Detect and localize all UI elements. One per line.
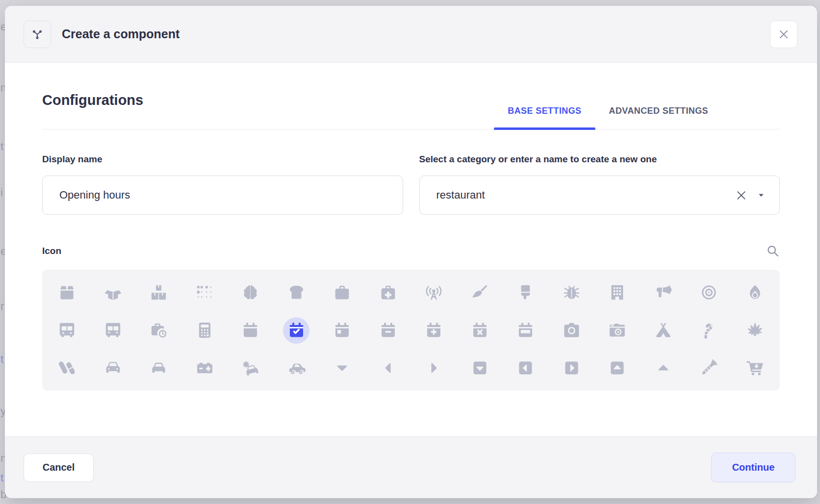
icon-option-bullhorn[interactable] — [641, 275, 687, 311]
broadcast-tower-icon — [421, 279, 447, 306]
icon-section-header: Icon — [42, 244, 780, 258]
icon-option-camera-retro[interactable] — [594, 312, 641, 349]
icon-option-calendar-minus[interactable] — [365, 312, 411, 349]
icon-option-caret-right[interactable] — [411, 350, 457, 386]
icon-option-caret-up[interactable] — [641, 350, 687, 386]
icon-option-burn[interactable] — [732, 275, 778, 311]
calendar-check-icon — [283, 317, 309, 344]
settings-tabs: BASE SETTINGS ADVANCED SETTINGS — [494, 106, 722, 129]
briefcase-icon — [329, 279, 356, 306]
display-name-input[interactable] — [42, 176, 403, 215]
icon-option-carrot[interactable] — [686, 350, 732, 386]
boxes-icon — [146, 279, 172, 306]
icon-option-calendar-times[interactable] — [457, 312, 503, 349]
icon-option-bullseye[interactable] — [686, 275, 732, 311]
background-text-fragment: t — [0, 472, 3, 484]
icon-option-business-time[interactable] — [136, 312, 182, 349]
icon-option-car-side[interactable] — [274, 350, 320, 386]
display-name-label: Display name — [42, 154, 403, 165]
brain-icon — [237, 279, 264, 306]
calendar-day-icon — [329, 317, 356, 344]
icon-option-brush[interactable] — [503, 275, 549, 311]
brush-icon — [512, 279, 539, 306]
icon-option-car[interactable] — [90, 350, 136, 386]
bus-alt-icon — [100, 317, 126, 344]
clear-category-button[interactable] — [735, 189, 747, 202]
calculator-icon — [191, 317, 218, 344]
page-backdrop: { "header": { "title": "Create a compone… — [0, 0, 820, 504]
background-text-fragment: r — [0, 300, 4, 313]
icon-option-caret-down[interactable] — [319, 350, 365, 386]
icon-search-button[interactable] — [766, 244, 780, 258]
icon-option-caret-square-right[interactable] — [549, 350, 595, 386]
icon-option-brain[interactable] — [228, 275, 274, 311]
icon-option-building[interactable] — [594, 275, 641, 311]
icon-option-bus[interactable] — [44, 312, 90, 349]
icon-option-bug[interactable] — [549, 275, 595, 311]
carrot-icon — [696, 355, 722, 381]
cancel-button[interactable]: Cancel — [24, 454, 94, 482]
tab-advanced-settings[interactable]: ADVANCED SETTINGS — [595, 106, 722, 129]
caret-square-right-icon — [558, 355, 585, 381]
bread-slice-icon — [283, 279, 309, 306]
icon-option-calendar-week[interactable] — [503, 312, 549, 349]
icon-label: Icon — [42, 246, 61, 256]
icon-option-caret-square-up[interactable] — [594, 350, 641, 386]
bullhorn-icon — [650, 279, 676, 306]
background-text-fragment: t — [0, 353, 3, 366]
caret-square-up-icon — [604, 355, 631, 381]
camera-icon — [558, 317, 585, 344]
icon-option-bus-alt[interactable] — [90, 312, 136, 349]
braille-icon — [191, 279, 218, 306]
category-dropdown-button[interactable] — [757, 191, 765, 199]
background-text-fragment: i — [0, 186, 3, 199]
icon-option-camera[interactable] — [549, 312, 595, 349]
icon-option-caret-square-left[interactable] — [503, 350, 549, 386]
business-time-icon — [146, 317, 172, 344]
category-label: Select a category or enter a name to cre… — [419, 154, 780, 165]
icon-option-candy-cane[interactable] — [686, 312, 732, 349]
icon-option-braille[interactable] — [182, 275, 228, 311]
close-icon — [777, 28, 790, 41]
category-select-input[interactable] — [419, 176, 780, 215]
calendar-plus-icon — [421, 317, 447, 344]
calendar-icon — [237, 317, 264, 344]
continue-button[interactable]: Continue — [711, 453, 795, 482]
icon-option-calendar-plus[interactable] — [411, 312, 457, 349]
icon-option-box-open[interactable] — [90, 275, 136, 311]
caret-down-icon — [329, 355, 356, 381]
calendar-minus-icon — [375, 317, 401, 344]
icon-option-calendar-check-selected[interactable] — [274, 312, 320, 349]
icon-option-box[interactable] — [44, 275, 90, 311]
form-row: Display name Select a category or enter … — [42, 154, 780, 215]
icon-option-caret-left[interactable] — [365, 350, 411, 386]
section-title: Configurations — [42, 92, 143, 129]
icon-option-cannabis[interactable] — [732, 312, 778, 349]
icon-option-broadcast-tower[interactable] — [411, 275, 457, 311]
icon-option-briefcase[interactable] — [319, 275, 365, 311]
camera-retro-icon — [604, 317, 631, 344]
icon-option-calendar-day[interactable] — [319, 312, 365, 349]
clear-x-icon — [735, 189, 747, 202]
broom-icon — [466, 279, 493, 306]
chevron-down-icon — [757, 191, 765, 199]
car-icon — [100, 355, 126, 381]
icon-option-caret-square-down[interactable] — [457, 350, 503, 386]
icon-option-briefcase-medical[interactable] — [365, 275, 411, 311]
car-side-icon — [283, 355, 309, 381]
calendar-week-icon — [512, 317, 539, 344]
icon-option-car-battery[interactable] — [182, 350, 228, 386]
icon-option-broom[interactable] — [457, 275, 503, 311]
icon-option-car-crash[interactable] — [228, 350, 274, 386]
icon-option-calculator[interactable] — [182, 312, 228, 349]
icon-option-capsules[interactable] — [44, 350, 90, 386]
icon-option-calendar[interactable] — [228, 312, 274, 349]
icon-option-campground[interactable] — [641, 312, 687, 349]
tab-base-settings[interactable]: BASE SETTINGS — [494, 106, 595, 129]
icon-option-bread-slice[interactable] — [274, 275, 320, 311]
icon-option-car-alt[interactable] — [136, 350, 182, 386]
display-name-field-group: Display name — [42, 154, 403, 215]
close-button[interactable] — [770, 21, 797, 48]
icon-option-boxes[interactable] — [136, 275, 182, 311]
icon-option-cart-arrow-down[interactable] — [732, 350, 778, 386]
